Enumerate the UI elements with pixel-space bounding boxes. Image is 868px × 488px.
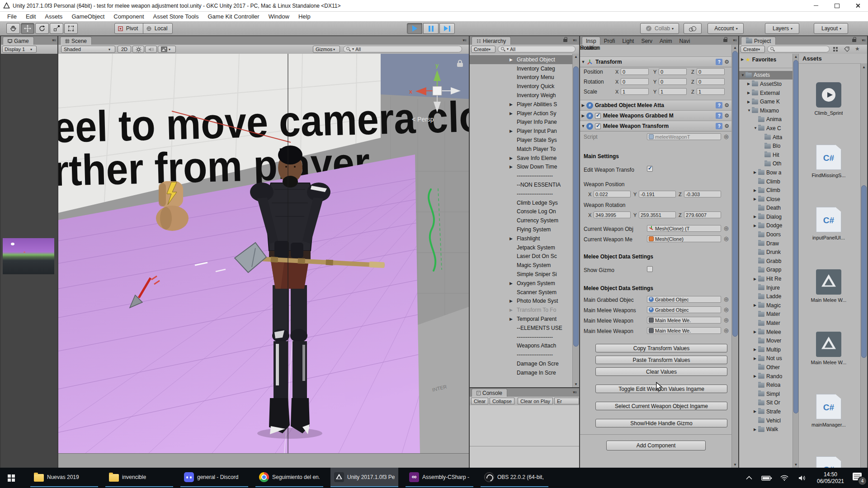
edit-weapon-transform-checkbox[interactable] — [647, 166, 653, 172]
inspector-tab[interactable]: Profi — [600, 37, 619, 45]
hierarchy-item[interactable]: ▶ Damage On Scre — [470, 359, 579, 368]
local-toggle-button[interactable]: Local — [143, 23, 173, 34]
gizmos-dropdown[interactable]: Gizmos▾ — [313, 46, 340, 53]
expand-arrow-icon[interactable] — [754, 330, 758, 334]
tree-item[interactable]: Grapp — [739, 266, 793, 275]
hierarchy-item[interactable]: ▶ Player Input Pan — [470, 127, 579, 136]
taskbar-app-button[interactable]: OBS 22.0.2 (64-bit, ... — [481, 468, 548, 487]
rotation-z-field[interactable]: 0 — [697, 78, 725, 85]
taskbar-app-button[interactable]: Nuevas 2019 — [30, 468, 98, 487]
tree-item[interactable]: Blo — [739, 141, 793, 150]
expand-arrow-icon[interactable] — [754, 215, 758, 219]
tree-item[interactable]: Hit Re — [739, 274, 793, 283]
expand-arrow-icon[interactable] — [754, 277, 758, 281]
create-dropdown[interactable]: Create▾ — [471, 46, 495, 53]
hierarchy-scrollbar[interactable]: ▲ ▼ — [572, 54, 579, 387]
expand-arrow-icon[interactable]: ▶ — [509, 129, 515, 133]
project-search-input[interactable] — [767, 46, 830, 52]
panel-menu-icon[interactable]: ▾≡ — [733, 38, 736, 42]
project-tree-scrollbar[interactable]: ▲ ▼ — [793, 54, 799, 468]
hierarchy-item[interactable]: ▶ -------------------- — [470, 189, 579, 198]
hierarchy-item[interactable]: ▶ Inventory Categ — [470, 64, 579, 73]
menu-item[interactable]: Assets — [40, 12, 67, 21]
object-picker-icon[interactable]: ◎ — [724, 235, 728, 242]
taskbar-clock[interactable]: 14:50 06/05/2021 — [811, 471, 850, 485]
taskbar-app-button[interactable]: invencible — [105, 468, 173, 487]
scroll-up-icon[interactable]: ▲ — [732, 46, 738, 50]
weapon-rotation-x-field[interactable]: 349.3995 — [594, 211, 631, 218]
expand-arrow-icon[interactable] — [754, 197, 758, 201]
tree-item[interactable]: Vehicl — [739, 416, 793, 425]
object-picker-icon[interactable]: ◎ — [724, 225, 728, 231]
hierarchy-item[interactable]: ▶ Match Player To — [470, 145, 579, 154]
asset-item[interactable]: Climb_Sprint — [799, 82, 859, 116]
expand-arrow-icon[interactable]: ▶ — [509, 281, 515, 286]
hierarchy-item[interactable]: ▶ Console Log On — [470, 207, 579, 216]
lock-icon[interactable] — [723, 39, 727, 42]
expand-arrow-icon[interactable] — [754, 347, 758, 352]
current-weapon-obj-field[interactable]: Mesh(Clone) (T — [647, 225, 721, 232]
tab-scene[interactable]: Scene — [60, 37, 92, 45]
tree-item[interactable]: Sit Or — [739, 399, 793, 408]
hierarchy-item[interactable]: ▶ Weapons Attach — [470, 342, 579, 351]
asset-item[interactable]: FindMissingS... — [799, 145, 859, 178]
wifi-icon[interactable] — [776, 475, 793, 481]
assets-breadcrumb[interactable]: Assets — [799, 54, 867, 64]
scale-x-field[interactable]: 1 — [621, 88, 649, 95]
expand-arrow-icon[interactable]: ▶ — [509, 317, 515, 321]
tab-console[interactable]: Console — [472, 389, 507, 397]
tree-item[interactable]: Mixamo — [739, 106, 793, 115]
inspector-action-button[interactable]: Clear Values — [595, 367, 727, 376]
hierarchy-item[interactable]: ▶ Slow Down Time — [470, 163, 579, 172]
tree-item[interactable]: Doors — [739, 230, 793, 239]
scroll-down-icon[interactable]: ▼ — [732, 463, 738, 467]
pivot-toggle-button[interactable]: Pivot — [114, 23, 143, 34]
console-splitter[interactable] — [470, 446, 579, 446]
tree-item[interactable]: Hit — [739, 150, 793, 160]
weapon-position-x-field[interactable]: 0.022 — [594, 191, 631, 197]
object-picker-icon[interactable]: ◎ — [724, 317, 728, 323]
tree-item[interactable]: Magic — [739, 301, 793, 310]
inspector-tab[interactable]: Navi — [675, 37, 693, 45]
scale-z-field[interactable]: 1 — [697, 88, 725, 95]
inspector-tab[interactable]: Serv — [637, 37, 656, 45]
expand-arrow-icon[interactable] — [754, 427, 758, 432]
foldout-open-icon[interactable]: ▼ — [580, 124, 586, 128]
create-dropdown[interactable]: Create▾ — [741, 46, 765, 53]
hierarchy-item[interactable]: ▶ Laser Dot On Sc — [470, 252, 579, 261]
scrollbar-thumb[interactable] — [732, 51, 738, 337]
hierarchy-item[interactable]: ▶ --ELEMENTS USE — [470, 324, 579, 333]
menu-item[interactable]: Game Kit Controller — [203, 12, 264, 21]
add-component-button[interactable]: Add Component — [606, 441, 706, 450]
hierarchy-item[interactable]: ▶ Player Abilities S — [470, 100, 579, 109]
rotation-y-field[interactable]: 0 — [659, 78, 687, 85]
tree-item[interactable]: Dodge — [739, 221, 793, 230]
tree-item[interactable]: Other — [739, 363, 793, 372]
hierarchy-item[interactable]: ▶ -------------------- — [470, 333, 579, 342]
console-error-pause-button[interactable]: Er — [554, 398, 579, 404]
expand-arrow-icon[interactable]: ▶ — [509, 236, 515, 241]
maximize-button[interactable] — [826, 0, 847, 11]
label-filter-icon[interactable] — [844, 47, 849, 52]
taskbar-app-button[interactable]: Unity 2017.1.0f3 Per... — [330, 468, 398, 487]
scrollbar-thumb[interactable] — [573, 66, 579, 347]
account-dropdown[interactable]: Account▾ — [708, 23, 744, 34]
expand-arrow-icon[interactable] — [754, 303, 758, 307]
rotation-x-field[interactable]: 0 — [621, 78, 649, 85]
expand-arrow-icon[interactable] — [747, 108, 752, 113]
tree-item[interactable]: Injure — [739, 283, 793, 292]
expand-arrow-icon[interactable] — [754, 224, 758, 228]
help-icon[interactable]: ? — [716, 102, 722, 108]
hierarchy-item[interactable]: ▶ Damage In Scre — [470, 368, 579, 377]
object-picker-icon[interactable]: ◎ — [724, 133, 728, 140]
tree-item[interactable]: Walk — [739, 425, 793, 434]
current-weapon-mesh-field[interactable]: Mesh(Clone) — [647, 235, 721, 242]
gear-icon[interactable]: ⚙ — [724, 102, 729, 108]
play-button[interactable] — [407, 23, 422, 34]
inspector-action-button[interactable]: Copy Transform Values — [595, 344, 727, 352]
component-header-melee-weapons-grabbed[interactable]: ▶ # Melee Weapons Grabbed M ? ⚙ — [580, 110, 732, 121]
script-field[interactable]: meleeWeaponT — [647, 133, 721, 140]
asset-item[interactable]: Main Melee W... — [799, 332, 859, 365]
scale-y-field[interactable]: 1 — [659, 88, 687, 95]
battery-icon[interactable] — [758, 475, 776, 481]
